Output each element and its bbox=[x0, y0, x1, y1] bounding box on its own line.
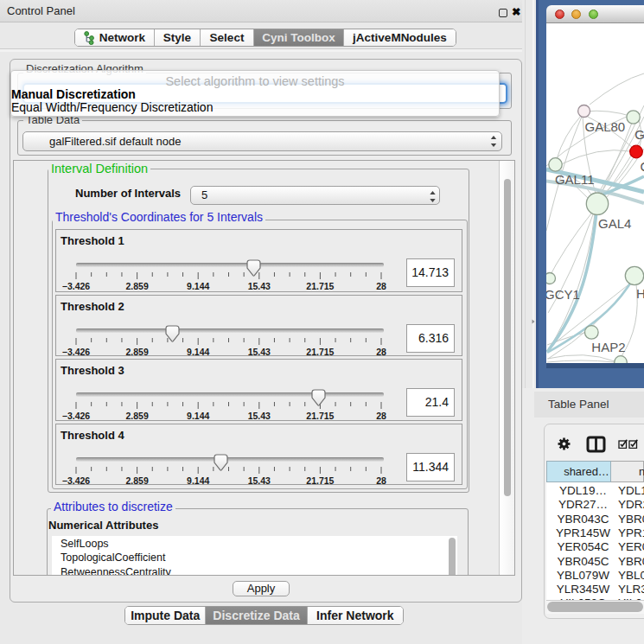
svg-text:GAL11: GAL11 bbox=[555, 172, 595, 187]
svg-text:CY: CY bbox=[641, 159, 644, 174]
svg-text:GAL7: GAL7 bbox=[634, 127, 644, 142]
svg-text:H: H bbox=[636, 286, 644, 301]
svg-text:GAL80: GAL80 bbox=[585, 119, 626, 134]
svg-text:HAP2: HAP2 bbox=[591, 340, 625, 354]
svg-text:GAL4: GAL4 bbox=[598, 216, 631, 231]
svg-text:GCY1: GCY1 bbox=[546, 287, 580, 302]
